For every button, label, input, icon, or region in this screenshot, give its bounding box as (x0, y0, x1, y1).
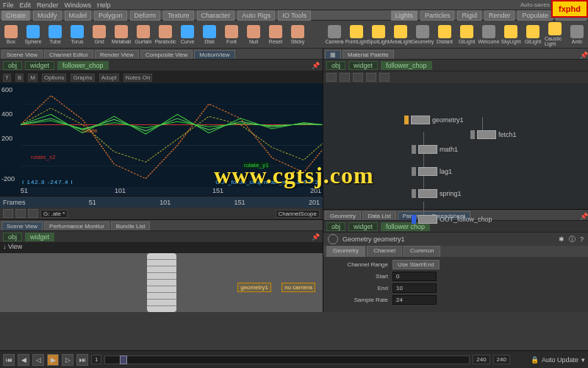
tool-btn[interactable]: B (15, 74, 24, 82)
shelf-tool-grid[interactable]: Grid (89, 22, 110, 47)
crumb[interactable]: obj (326, 61, 345, 70)
gear-icon[interactable] (328, 234, 338, 244)
scene-tag[interactable]: no camera (282, 283, 315, 292)
crumb[interactable]: widget (25, 233, 54, 241)
crumb[interactable]: widget (348, 222, 378, 231)
shelf-tab[interactable]: Lights (391, 10, 417, 21)
tool-menu[interactable]: Notes On (123, 74, 153, 82)
tab-render-view[interactable]: Render View (95, 50, 139, 59)
param-top-tab[interactable]: Geometry (325, 211, 361, 220)
shelf-tab[interactable]: Auto Rigs (237, 10, 275, 21)
tool-btn[interactable]: T (3, 74, 11, 82)
tab-composite-view[interactable]: Composite View (140, 50, 193, 59)
param-input[interactable]: 10 (392, 283, 437, 293)
node-spring1[interactable]: spring1 (412, 189, 462, 198)
node-fetch1[interactable]: fetch1 (470, 130, 517, 139)
param-tab[interactable]: Geometry (326, 246, 365, 257)
help-icon[interactable]: ? (580, 236, 584, 243)
shelf-tab[interactable]: Model (65, 10, 92, 21)
shelf-tool-camera[interactable]: Camera (324, 22, 345, 47)
param-input[interactable]: 24 (392, 295, 437, 305)
menu-file[interactable]: File (3, 1, 14, 9)
shelf-tool-caustic light[interactable]: Caustic Light (545, 22, 565, 47)
net-tool[interactable] (379, 73, 390, 82)
shelf-tool-spotlight[interactable]: SpotLight (368, 22, 389, 47)
shelf-tool-skylight[interactable]: SkyLight (501, 22, 521, 47)
lock-icon[interactable]: 🔒 (531, 356, 539, 364)
frame-end[interactable]: 240 (473, 355, 490, 364)
crumb[interactable]: widget (348, 61, 378, 70)
shelf-tool-amb[interactable]: Amb (567, 22, 587, 47)
chevron-down-icon[interactable]: ▾ (581, 356, 585, 364)
tab-scene-view[interactable]: Scene View (1, 222, 43, 230)
timeline-slider[interactable] (104, 355, 470, 364)
net-tab-material[interactable]: Material Palette (343, 50, 394, 59)
menu-help[interactable]: Help (97, 1, 111, 9)
frame-current[interactable]: 240 (493, 355, 510, 364)
mini-field[interactable]: G: .ate * (40, 210, 68, 218)
tab-channel-editor[interactable]: Channel Editor (44, 50, 93, 59)
scene-tag[interactable]: geometry1 (237, 283, 271, 292)
shelf-tool-welcome[interactable]: Welcome (478, 22, 499, 47)
menu-render[interactable]: Render (37, 1, 59, 9)
net-tab[interactable]: ▦ (325, 50, 341, 59)
shelf-tab[interactable]: Polygon (94, 10, 127, 21)
crumb[interactable]: follower_chop (57, 61, 109, 70)
shelf-tool-sticky[interactable]: Sticky (287, 22, 308, 47)
shelf-tool-reset[interactable]: Reset (265, 22, 286, 47)
step-fwd-button[interactable]: ▷ (62, 354, 74, 366)
shelf-tool-font[interactable]: Font (221, 22, 242, 47)
net-tool[interactable] (326, 73, 337, 82)
shelf-tool-gllight[interactable]: GlLight (523, 22, 543, 47)
menu-windows[interactable]: Windows (65, 1, 92, 9)
pin-icon[interactable]: 📌 (580, 52, 588, 59)
shelf-tab[interactable]: Particles (420, 10, 455, 21)
tab-perf-mon[interactable]: Performance Monitor (44, 222, 110, 230)
shelf-tab[interactable]: Populate (517, 10, 553, 21)
shelf-tool-distant[interactable]: Distant (434, 22, 455, 47)
shelf-tool-arealight[interactable]: AreaLight (390, 22, 411, 47)
param-top-tab[interactable]: Data List (362, 211, 396, 220)
tool-btn[interactable]: M (28, 74, 37, 82)
tab-bundle-list[interactable]: Bundle List (111, 222, 151, 230)
channel-graph[interactable]: 600 400 200 -200 rotate rotate_x2 rotate… (0, 83, 323, 196)
shelf-tab[interactable]: Modify (33, 10, 62, 21)
net-tool[interactable] (366, 73, 376, 82)
net-tool[interactable] (340, 73, 350, 82)
play-back-button[interactable]: ◁ (32, 354, 44, 366)
shelf-tab[interactable]: Deform (130, 10, 161, 21)
shelf-tab[interactable]: Character (197, 10, 235, 21)
mini-btn[interactable] (15, 209, 26, 218)
crumb[interactable]: obj (3, 61, 22, 70)
mini-btn[interactable] (28, 209, 38, 218)
shelf-tool-geometry[interactable]: Geometry (412, 22, 433, 47)
pin-icon[interactable]: 📌 (312, 62, 320, 69)
shelf-tool-tube[interactable]: Tube (45, 22, 65, 47)
param-input[interactable]: 0 (392, 272, 437, 281)
node-OUT_follow_chop[interactable]: OUT_follow_chop (412, 215, 492, 224)
shelf-tool-metaball[interactable]: Metaball (111, 22, 132, 47)
mini-btn[interactable] (3, 209, 13, 218)
auto-update-label[interactable]: Auto Update (542, 356, 578, 364)
timeline-cursor[interactable] (120, 355, 127, 364)
tool-menu[interactable]: Adopt (99, 74, 119, 82)
shelf-tab[interactable]: IO Tools (278, 10, 311, 21)
shelf-tab[interactable]: Rigid (457, 10, 481, 21)
shelf-tool-pointlight[interactable]: PointLight (346, 22, 367, 47)
pin-icon[interactable]: 📌 (580, 213, 588, 220)
step-back-button[interactable]: ◀ (18, 354, 29, 366)
shelf-tool-torus[interactable]: Torus (67, 22, 87, 47)
tab-scene-view[interactable]: Scene View (1, 50, 43, 59)
shelf-tab[interactable]: Create (1, 10, 30, 21)
shelf-tab[interactable]: Render (484, 10, 515, 21)
node-geometry1[interactable]: geometry1 (404, 116, 464, 124)
param-tab[interactable]: Channel (367, 246, 402, 257)
pin-icon[interactable]: 📌 (312, 233, 320, 241)
param-select[interactable]: Use Start/End (392, 260, 440, 269)
tool-menu[interactable]: Options (42, 74, 67, 82)
shelf-tool-parabolic[interactable]: Parabolic (155, 22, 176, 47)
shelf-tool-curve[interactable]: Curve (177, 22, 198, 47)
crumb[interactable]: obj (3, 233, 22, 241)
goto-start-button[interactable]: ⏮ (3, 354, 15, 366)
tab-motion-view[interactable]: MotionView (194, 50, 234, 59)
